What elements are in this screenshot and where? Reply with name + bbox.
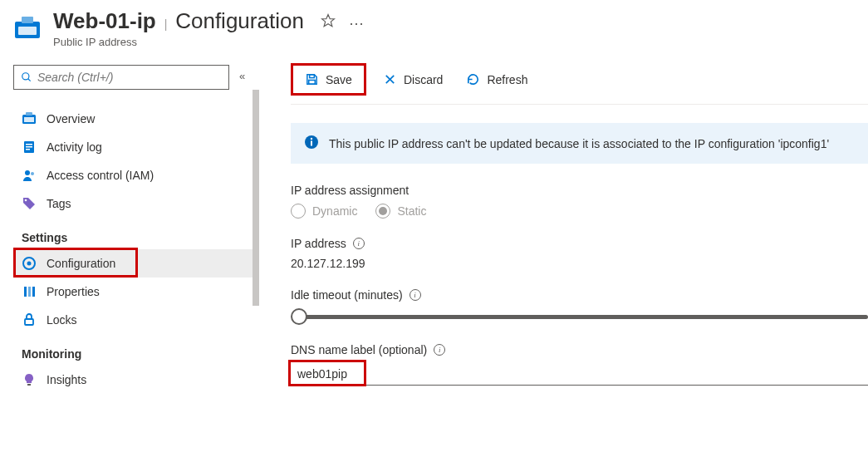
more-menu-icon[interactable]: ⋯ <box>349 14 364 32</box>
svg-rect-11 <box>26 146 32 148</box>
sidebar-item-access-control[interactable]: Access control (IAM) <box>13 161 254 189</box>
ip-assignment-label: IP address assignment <box>291 184 409 197</box>
title-separator: | <box>164 17 168 31</box>
svg-rect-7 <box>24 117 34 122</box>
refresh-icon <box>466 72 480 86</box>
page-title: Configuration <box>175 8 304 33</box>
ip-address-group: IP address i 20.127.12.199 <box>291 237 868 270</box>
activity-log-icon <box>22 140 37 155</box>
save-icon <box>305 72 319 86</box>
properties-icon <box>22 284 37 299</box>
sidebar-item-activity-log[interactable]: Activity log <box>13 133 254 161</box>
svg-rect-1 <box>18 27 37 35</box>
svg-rect-24 <box>309 81 316 85</box>
dns-label: DNS name label (optional) <box>291 343 427 356</box>
svg-point-4 <box>22 73 29 80</box>
resource-name: Web-01-ip <box>53 8 156 33</box>
svg-rect-23 <box>310 75 315 78</box>
sidebar: « Overview Activity log Access control (… <box>0 55 266 450</box>
svg-marker-3 <box>321 15 334 27</box>
radio-dynamic: Dynamic <box>291 204 357 219</box>
sidebar-item-label: Locks <box>47 313 77 327</box>
svg-rect-22 <box>27 384 31 386</box>
sidebar-section-settings: Settings <box>13 218 254 249</box>
idle-timeout-group: Idle timeout (minutes) i <box>291 288 868 325</box>
svg-rect-19 <box>28 287 31 297</box>
sidebar-item-tags[interactable]: Tags <box>13 189 254 218</box>
save-button[interactable]: Save <box>295 67 362 91</box>
info-banner-text: This public IP address can't be updated … <box>329 137 829 150</box>
radio-icon <box>375 204 390 219</box>
info-tooltip-icon[interactable]: i <box>434 344 445 356</box>
sidebar-search-input[interactable] <box>37 71 222 84</box>
sidebar-item-overview[interactable]: Overview <box>13 105 254 133</box>
refresh-button[interactable]: Refresh <box>456 67 537 91</box>
ip-address-value: 20.127.12.199 <box>291 257 868 270</box>
svg-line-5 <box>28 79 31 81</box>
search-icon <box>21 71 32 83</box>
command-bar: Save Discard Refresh <box>291 63 868 105</box>
sidebar-item-label: Insights <box>47 373 86 386</box>
sidebar-item-configuration[interactable]: Configuration <box>13 249 254 278</box>
info-banner: This public IP address can't be updated … <box>291 123 868 164</box>
sidebar-item-locks[interactable]: Locks <box>13 306 254 334</box>
idle-timeout-slider[interactable] <box>291 308 868 325</box>
svg-point-29 <box>311 138 312 140</box>
svg-rect-21 <box>25 319 33 325</box>
svg-point-17 <box>27 262 32 266</box>
sidebar-scrollbar[interactable] <box>253 90 259 452</box>
svg-rect-12 <box>26 149 30 150</box>
tags-icon <box>22 196 37 211</box>
collapse-sidebar-icon[interactable]: « <box>239 70 245 82</box>
ip-address-label: IP address <box>291 237 346 250</box>
svg-point-14 <box>31 172 34 175</box>
discard-icon <box>383 72 397 86</box>
radio-icon <box>291 204 306 219</box>
idle-timeout-label: Idle timeout (minutes) <box>291 288 403 302</box>
svg-point-15 <box>25 199 27 202</box>
svg-rect-10 <box>26 144 32 145</box>
configuration-icon <box>22 256 37 271</box>
sidebar-item-label: Activity log <box>47 140 102 154</box>
discard-button[interactable]: Discard <box>373 67 453 91</box>
svg-rect-28 <box>311 141 312 146</box>
blade-header: Web-01-ip | Configuration ⋯ Public IP ad… <box>0 0 868 55</box>
svg-rect-18 <box>24 287 27 297</box>
insights-icon <box>22 372 37 387</box>
sidebar-item-insights[interactable]: Insights <box>13 366 254 394</box>
svg-rect-20 <box>32 287 35 297</box>
sidebar-item-label: Configuration <box>47 257 115 270</box>
ip-assignment-group: IP address assignment Dynamic Static <box>291 184 868 219</box>
svg-rect-2 <box>22 17 33 23</box>
sidebar-item-label: Access control (IAM) <box>47 169 154 182</box>
dns-name-input[interactable] <box>291 363 868 386</box>
access-control-icon <box>22 168 37 183</box>
info-icon <box>304 135 319 152</box>
info-tooltip-icon[interactable]: i <box>409 289 421 301</box>
dns-label-group: DNS name label (optional) i <box>291 343 868 386</box>
sidebar-item-properties[interactable]: Properties <box>13 278 254 306</box>
overview-icon <box>22 111 37 126</box>
favorite-star-icon[interactable] <box>321 13 336 32</box>
highlight-annotation: Save <box>291 63 366 96</box>
main-content: Save Discard Refresh This public IP addr… <box>266 55 868 450</box>
svg-rect-8 <box>26 112 32 115</box>
sidebar-item-label: Tags <box>47 197 71 210</box>
svg-point-13 <box>25 170 30 175</box>
sidebar-search[interactable] <box>13 65 229 90</box>
slider-thumb[interactable] <box>291 308 307 325</box>
sidebar-item-label: Overview <box>47 112 95 125</box>
resource-type-subtitle: Public IP address <box>53 36 868 48</box>
radio-static: Static <box>375 204 426 219</box>
public-ip-icon <box>13 13 42 42</box>
sidebar-section-monitoring: Monitoring <box>13 334 254 366</box>
locks-icon <box>22 312 37 327</box>
sidebar-item-label: Properties <box>47 285 100 298</box>
info-tooltip-icon[interactable]: i <box>353 238 365 249</box>
